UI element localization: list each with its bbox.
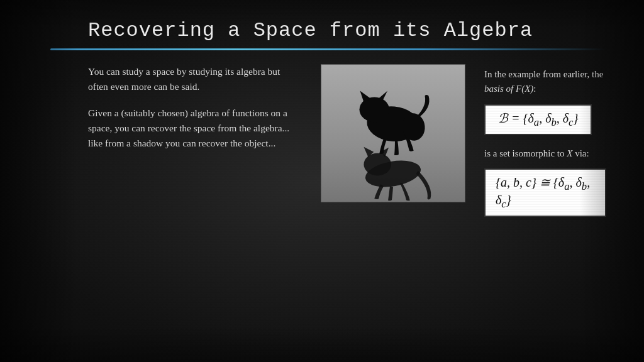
content-area: You can study a space by studying its al… xyxy=(88,64,606,217)
image-container xyxy=(321,64,465,202)
slide: Recovering a Space from its Algebra You … xyxy=(0,0,644,362)
svg-point-3 xyxy=(364,153,391,176)
paragraph-1: You can study a space by studying its al… xyxy=(88,64,302,94)
formula-box-2: {a, b, c} ≅ {δa, δb, δc} xyxy=(484,168,606,217)
title-divider xyxy=(50,48,606,50)
slide-title: Recovering a Space from its Algebra xyxy=(50,19,606,42)
basis-italic: basis of F(X) xyxy=(484,84,533,94)
example-intro-text: In the example from earlier, the basis o… xyxy=(484,67,606,96)
formula-box-1: ℬ = {δa, δb, δc} xyxy=(484,104,592,135)
paragraph-2: Given a (suitably chosen) algebra of fun… xyxy=(88,106,302,151)
cat-shadow-image xyxy=(321,64,465,202)
formula-1-text: ℬ = {δa, δb, δc} xyxy=(498,111,578,125)
right-content: In the example from earlier, the basis o… xyxy=(484,64,606,217)
left-text: You can study a space by studying its al… xyxy=(88,64,302,162)
x-italic: X xyxy=(567,148,572,158)
isomorphic-intro-text: is a set isomorphic to X via: xyxy=(484,146,606,161)
formula-2-text: {a, b, c} ≅ {δa, δb, δc} xyxy=(496,175,590,207)
